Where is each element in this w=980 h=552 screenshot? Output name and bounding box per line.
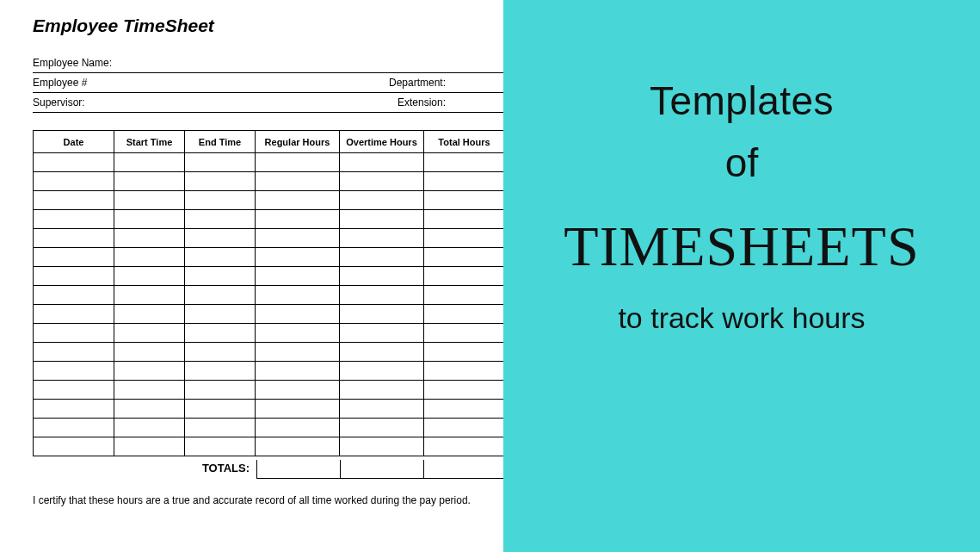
table-cell: [34, 419, 114, 437]
table-row: [34, 248, 505, 267]
promo-line-2: of: [725, 140, 758, 186]
totals-regular-hours: [256, 460, 341, 479]
table-cell: [34, 191, 114, 210]
table-cell: [34, 400, 114, 419]
table-cell: [185, 324, 256, 343]
col-header-start-time: Start Time: [114, 131, 185, 153]
table-row: [34, 419, 505, 437]
promo-line-1: Templates: [650, 78, 834, 124]
table-cell: [185, 343, 256, 362]
table-row: [34, 172, 505, 191]
table-cell: [114, 172, 185, 191]
table-row: [34, 324, 505, 343]
table-cell: [256, 381, 340, 400]
table-cell: [256, 248, 340, 267]
table-cell: [34, 381, 114, 400]
table-cell: [185, 381, 256, 400]
table-cell: [340, 153, 424, 172]
table-cell: [256, 267, 340, 286]
table-cell: [256, 400, 340, 419]
table-cell: [424, 343, 505, 362]
supervisor-label: Supervisor:: [33, 96, 85, 109]
table-cell: [340, 324, 424, 343]
table-cell: [185, 305, 256, 324]
employee-number-label: Employee #: [33, 77, 87, 89]
table-cell: [256, 437, 340, 456]
table-cell: [114, 305, 185, 324]
table-cell: [185, 172, 256, 191]
table-row: [34, 400, 505, 419]
table-cell: [185, 419, 256, 437]
col-header-total-hours: Total Hours: [424, 131, 505, 153]
table-cell: [34, 172, 114, 191]
table-cell: [340, 305, 424, 324]
table-cell: [34, 267, 114, 286]
table-row: [34, 267, 505, 286]
table-cell: [256, 153, 340, 172]
table-cell: [114, 437, 185, 456]
table-cell: [340, 210, 424, 229]
table-cell: [340, 343, 424, 362]
table-cell: [256, 286, 340, 305]
table-cell: [424, 419, 505, 437]
table-cell: [114, 286, 185, 305]
table-cell: [185, 191, 256, 210]
table-cell: [185, 210, 256, 229]
table-cell: [340, 172, 424, 191]
table-cell: [256, 191, 340, 210]
table-cell: [424, 172, 505, 191]
table-cell: [424, 437, 505, 456]
table-row: [34, 153, 505, 172]
table-cell: [256, 343, 340, 362]
promo-panel: Templates of TIMESHEETS to track work ho…: [503, 0, 980, 552]
totals-overtime-hours: [340, 460, 424, 479]
table-cell: [340, 400, 424, 419]
col-header-date: Date: [34, 131, 114, 153]
table-row: [34, 210, 505, 229]
table-cell: [34, 153, 114, 172]
table-cell: [34, 229, 114, 248]
timesheet-form: Employee TimeSheet Employee Name: Employ…: [0, 0, 503, 552]
totals-row: TOTALS:: [33, 460, 504, 479]
table-cell: [424, 210, 505, 229]
table-cell: [114, 248, 185, 267]
table-cell: [424, 381, 505, 400]
table-cell: [340, 229, 424, 248]
table-cell: [34, 248, 114, 267]
table-cell: [114, 153, 185, 172]
table-cell: [424, 400, 505, 419]
table-cell: [34, 286, 114, 305]
table-row: [34, 229, 505, 248]
certification-text: I certify that these hours are a true an…: [33, 494, 515, 506]
table-cell: [256, 324, 340, 343]
table-cell: [114, 362, 185, 381]
table-cell: [340, 191, 424, 210]
col-header-overtime-hours: Overtime Hours: [340, 131, 424, 153]
col-header-regular-hours: Regular Hours: [256, 131, 340, 153]
table-row: [34, 381, 505, 400]
table-cell: [34, 343, 114, 362]
table-cell: [114, 343, 185, 362]
table-cell: [424, 267, 505, 286]
table-cell: [114, 381, 185, 400]
table-cell: [185, 362, 256, 381]
table-cell: [34, 305, 114, 324]
table-cell: [34, 324, 114, 343]
table-cell: [185, 248, 256, 267]
table-cell: [256, 362, 340, 381]
table-row: [34, 286, 505, 305]
table-cell: [185, 437, 256, 456]
form-title: Employee TimeSheet: [33, 16, 503, 36]
table-cell: [424, 305, 505, 324]
table-cell: [114, 210, 185, 229]
table-cell: [34, 362, 114, 381]
table-row: [34, 343, 505, 362]
table-cell: [424, 286, 505, 305]
promo-line-4: to track work hours: [618, 301, 865, 335]
table-cell: [34, 210, 114, 229]
table-cell: [185, 153, 256, 172]
totals-total-hours: [423, 460, 504, 479]
timesheet-table: Date Start Time End Time Regular Hours O…: [33, 130, 505, 456]
totals-label: TOTALS:: [33, 460, 256, 479]
table-row: [34, 362, 505, 381]
